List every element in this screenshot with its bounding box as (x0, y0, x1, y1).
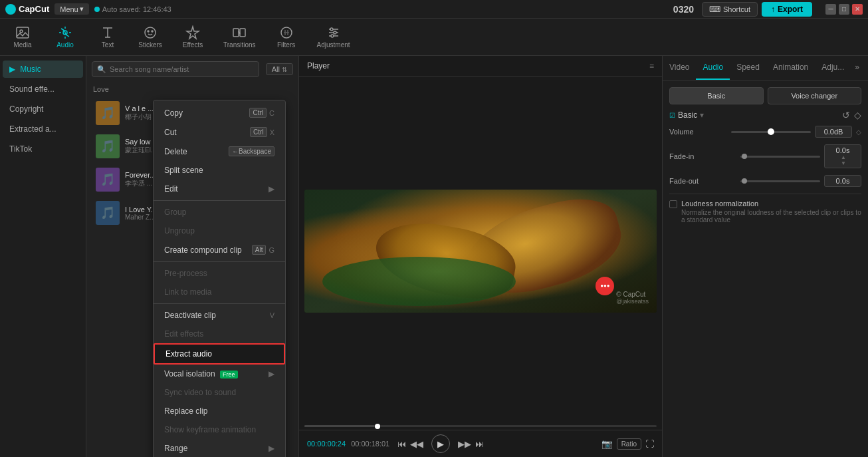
screenshot-button[interactable]: 📷 (601, 438, 613, 450)
media-panel: 🔍 All ⇅ Love 🎵 V a l e ... 椰子小胡 (86, 56, 299, 457)
step-forward-button[interactable]: ⏭ (475, 439, 484, 449)
undo-icon[interactable]: ↺ (842, 110, 850, 120)
fade-out-label: Fade-out (669, 177, 699, 185)
sidebar-item-music[interactable]: ▶ Music (3, 61, 83, 78)
playback-icons: ⏮ ◀◀ (397, 439, 423, 449)
song-thumbnail: 🎵 (96, 168, 120, 192)
reset-icon[interactable]: ◇ (854, 110, 861, 120)
song-thumbnail: 🎵 (96, 101, 120, 125)
player-menu-icon[interactable]: ≡ (649, 61, 654, 71)
song-thumbnail: 🎵 (96, 134, 120, 158)
player-watermark: © CapCut @jakiseatss (616, 291, 649, 305)
player-video: ●●● © CapCut @jakiseatss (304, 190, 657, 313)
play-button[interactable]: ▶ (431, 434, 450, 453)
volume-slider[interactable] (731, 131, 811, 133)
ctx-deactivate[interactable]: Deactivate clip V (154, 306, 285, 325)
tab-audio[interactable]: Audio (696, 56, 730, 80)
fade-out-track (740, 180, 820, 182)
fade-out-row: Fade-out 0.0s (669, 175, 861, 187)
context-menu: Copy Ctrl C Cut Ctrl X Delete (153, 100, 286, 457)
divider (669, 194, 861, 194)
toolbar-item-effects[interactable]: Effects (178, 23, 207, 51)
volume-value: 0.0dB (815, 126, 852, 138)
progress-fill (304, 425, 375, 427)
panel-content: Basic Voice changer ☑ Basic ▾ ↺ ◇ Volume (663, 80, 868, 457)
toolbar: Media Audio Text Stickers Effects Transi… (0, 19, 868, 56)
tab-more[interactable]: » (851, 56, 863, 80)
ctx-edit[interactable]: Edit ▶ (154, 180, 285, 198)
export-button[interactable]: ↑ Export (762, 2, 812, 17)
progress-thumb[interactable] (375, 424, 380, 429)
tab-video[interactable]: Video (663, 56, 696, 80)
step-back-button[interactable]: ⏮ (397, 439, 406, 449)
normalize-checkbox[interactable] (669, 200, 677, 208)
ctx-extract-audio[interactable]: Extract audio (154, 343, 285, 365)
tab-animation[interactable]: Animation (766, 56, 815, 80)
volume-keyframe-icon[interactable]: ◇ (856, 128, 861, 136)
search-bar: 🔍 All ⇅ (86, 56, 298, 82)
fade-in-value: 0.0s ▲ ▼ (824, 144, 861, 168)
ctx-range[interactable]: Range ▶ (154, 439, 285, 457)
frame-forward-button[interactable]: ▶▶ (458, 439, 471, 449)
toolbar-item-audio[interactable]: Audio (51, 23, 80, 51)
sidebar-item-copyright[interactable]: Copyright (3, 100, 83, 118)
ctx-vocal-isolation[interactable]: Vocal isolation Free ▶ (154, 365, 285, 383)
time-current: 00:00:00:24 (307, 440, 346, 448)
sidebar-item-sound-effects[interactable]: Sound effe... (3, 80, 83, 98)
svg-point-0 (5, 4, 16, 15)
shortcut-button[interactable]: ⌨ Shortcut (702, 2, 758, 17)
filter-icon: ⇅ (282, 66, 287, 73)
sidebar-item-tiktok[interactable]: TikTok (3, 140, 83, 158)
ctx-replace-clip[interactable]: Replace clip (154, 402, 285, 420)
menu-button[interactable]: Menu ▾ (54, 3, 89, 15)
right-panel-tabs: Video Audio Speed Animation Adju... » (663, 56, 868, 80)
toolbar-item-stickers[interactable]: Stickers (136, 23, 165, 51)
voice-changer-button[interactable]: Voice changer (768, 87, 862, 104)
brand-logo: CapCut (5, 4, 49, 15)
maximize-button[interactable]: □ (839, 4, 849, 15)
progress-bar[interactable] (304, 425, 657, 427)
context-menu-overlay: Copy Ctrl C Cut Ctrl X Delete (153, 100, 286, 457)
tab-speed[interactable]: Speed (730, 56, 766, 80)
ctx-split-scene[interactable]: Split scene (154, 161, 285, 180)
ctx-group: Group (154, 203, 285, 222)
toolbar-item-filters[interactable]: Filters (272, 23, 301, 51)
minimize-button[interactable]: ─ (825, 4, 836, 15)
sidebar-item-extracted[interactable]: Extracted a... (3, 120, 83, 138)
frame-back-button[interactable]: ◀◀ (410, 439, 423, 449)
basic-checkbox-icon: ☑ (669, 112, 675, 119)
playback-forward-icons: ▶▶ ⏭ (458, 439, 484, 449)
ctx-create-compound[interactable]: Create compound clip Alt G (154, 240, 285, 259)
fade-out-thumb[interactable] (742, 178, 747, 184)
ctx-separator3 (154, 303, 285, 304)
svg-point-6 (152, 31, 153, 32)
toolbar-item-adjustment[interactable]: Adjustment (314, 23, 353, 51)
right-panel: Video Audio Speed Animation Adju... » Ba… (662, 56, 868, 457)
ctx-separator2 (154, 261, 285, 262)
volume-label: Volume (669, 128, 694, 136)
toolbar-item-media[interactable]: Media (8, 23, 37, 51)
svg-point-2 (20, 30, 23, 33)
filter-button[interactable]: All ⇅ (266, 63, 293, 75)
ctx-arrow-icon: ▶ (269, 184, 274, 194)
basic-button[interactable]: Basic (669, 87, 764, 104)
close-button[interactable]: ✕ (852, 4, 863, 15)
toolbar-item-transitions[interactable]: Transitions (221, 23, 259, 51)
toolbar-item-text[interactable]: Text (93, 23, 122, 51)
svg-point-16 (331, 35, 334, 37)
fade-out-value: 0.0s (824, 175, 861, 187)
tab-adjust[interactable]: Adju... (815, 56, 851, 80)
fade-in-thumb[interactable] (742, 154, 747, 159)
fullscreen-button[interactable]: ⛶ (645, 438, 654, 450)
ctx-cut[interactable]: Cut Ctrl X (154, 122, 285, 142)
ctx-pre-process: Pre-process (154, 264, 285, 283)
ctx-delete[interactable]: Delete ←Backspace (154, 142, 285, 161)
video-frame: ●●● (304, 190, 657, 313)
ctx-copy[interactable]: Copy Ctrl C (154, 103, 285, 122)
search-input[interactable] (92, 61, 259, 77)
video-badge: ●●● (596, 277, 614, 295)
ratio-button[interactable]: Ratio (617, 438, 641, 450)
main-area: ▶ Music Sound effe... Copyright Extracte… (0, 56, 868, 457)
svg-point-5 (148, 31, 149, 32)
svg-point-15 (334, 31, 336, 34)
